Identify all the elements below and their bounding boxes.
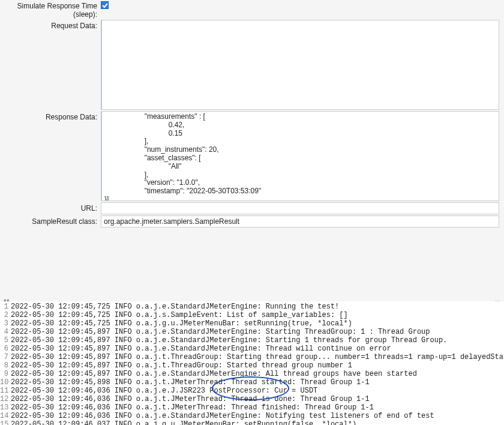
log-line-text: 2022-05-30 12:09:45,725 INFO o.a.j.e.Sta… [11, 303, 339, 311]
log-line: 102022-05-30 12:09:45,898 INFO o.a.j.t.J… [0, 378, 504, 387]
url-label: URL: [5, 202, 101, 212]
url-row: URL: [5, 202, 499, 214]
simulate-row: Simulate Response Time (sleep): [5, 0, 499, 19]
log-line: 22022-05-30 12:09:45,725 INFO o.a.j.s.Sa… [0, 311, 504, 319]
log-line-number: 4 [0, 328, 11, 336]
log-line-number: 10 [0, 378, 11, 387]
simulate-label: Simulate Response Time (sleep): [5, 0, 101, 19]
log-line: 62022-05-30 12:09:45,897 INFO o.a.j.e.St… [0, 345, 504, 353]
log-line: 52022-05-30 12:09:45,897 INFO o.a.j.e.St… [0, 336, 504, 345]
request-data-row: Request Data: [5, 20, 499, 110]
log-line-number: 9 [0, 370, 11, 378]
log-line-text: 2022-05-30 12:09:45,897 INFO o.a.j.e.Sta… [11, 370, 417, 378]
log-line: 112022-05-30 12:09:46,036 INFO o.a.j.e.J… [0, 387, 504, 395]
log-line-text: 2022-05-30 12:09:45,898 INFO o.a.j.t.JMe… [11, 378, 370, 387]
log-line: 92022-05-30 12:09:45,897 INFO o.a.j.e.St… [0, 370, 504, 378]
log-line-text: 2022-05-30 12:09:45,897 INFO o.a.j.e.Sta… [11, 345, 391, 353]
log-line: 132022-05-30 12:09:46,036 INFO o.a.j.t.J… [0, 403, 504, 412]
sampleresult-row: SampleResult class: [5, 216, 499, 228]
log-line-number: 3 [0, 319, 11, 328]
log-line-number: 8 [0, 361, 11, 370]
log-line-number: 5 [0, 336, 11, 345]
log-line-number: 7 [0, 353, 11, 361]
log-line-text: 2022-05-30 12:09:45,897 INFO o.a.j.e.Sta… [11, 328, 430, 336]
log-line-number: 15 [0, 420, 11, 425]
log-line-text: 2022-05-30 12:09:46,037 INFO o.a.j.g.u.J… [11, 420, 356, 425]
log-line: 142022-05-30 12:09:46,036 INFO o.a.j.e.S… [0, 412, 504, 420]
sampleresult-label: SampleResult class: [5, 216, 101, 226]
log-line-text: 2022-05-30 12:09:46,036 INFO o.a.j.e.J.J… [11, 387, 317, 395]
log-line-number: 11 [0, 387, 11, 395]
log-panel: 12022-05-30 12:09:45,725 INFO o.a.j.e.St… [0, 301, 504, 425]
log-line-number: 2 [0, 311, 11, 319]
log-line: 32022-05-30 12:09:45,725 INFO o.a.j.g.u.… [0, 319, 504, 328]
url-input[interactable] [101, 202, 499, 214]
request-data-textarea[interactable] [101, 20, 499, 110]
log-line-text: 2022-05-30 12:09:46,036 INFO o.a.j.t.JMe… [11, 395, 370, 403]
log-line-number: 6 [0, 345, 11, 353]
sampleresult-input[interactable] [101, 216, 499, 228]
log-line-number: 14 [0, 412, 11, 420]
log-line-number: 1 [0, 303, 11, 311]
log-line-text: 2022-05-30 12:09:45,897 INFO o.a.j.e.Sta… [11, 336, 447, 345]
log-line-text: 2022-05-30 12:09:46,036 INFO o.a.j.t.JMe… [11, 403, 374, 412]
spacer [0, 229, 504, 298]
log-line-text: 2022-05-30 12:09:45,725 INFO o.a.j.g.u.J… [11, 319, 352, 328]
response-data-label: Response Data: [5, 111, 101, 121]
log-line-number: 12 [0, 395, 11, 403]
log-line-text: 2022-05-30 12:09:45,897 INFO o.a.j.t.Thr… [11, 361, 352, 370]
log-line-text: 2022-05-30 12:09:45,725 INFO o.a.j.s.Sam… [11, 311, 348, 319]
simulate-checkbox[interactable] [101, 1, 109, 9]
log-line-number: 13 [0, 403, 11, 412]
log-line-text: 2022-05-30 12:09:46,036 INFO o.a.j.e.Sta… [11, 412, 434, 420]
log-line: 42022-05-30 12:09:45,897 INFO o.a.j.e.St… [0, 328, 504, 336]
config-form: Simulate Response Time (sleep): Request … [0, 0, 504, 228]
response-data-textarea[interactable] [101, 111, 499, 201]
log-line-text: 2022-05-30 12:09:45,897 INFO o.a.j.t.Thr… [11, 353, 504, 361]
log-line: 152022-05-30 12:09:46,037 INFO o.a.j.g.u… [0, 420, 504, 425]
log-line: 122022-05-30 12:09:46,036 INFO o.a.j.t.J… [0, 395, 504, 403]
response-data-row: Response Data: [5, 111, 499, 201]
log-line: 82022-05-30 12:09:45,897 INFO o.a.j.t.Th… [0, 361, 504, 370]
request-data-label: Request Data: [5, 20, 101, 30]
log-line: 72022-05-30 12:09:45,897 INFO o.a.j.t.Th… [0, 353, 504, 361]
log-line: 12022-05-30 12:09:45,725 INFO o.a.j.e.St… [0, 303, 504, 311]
